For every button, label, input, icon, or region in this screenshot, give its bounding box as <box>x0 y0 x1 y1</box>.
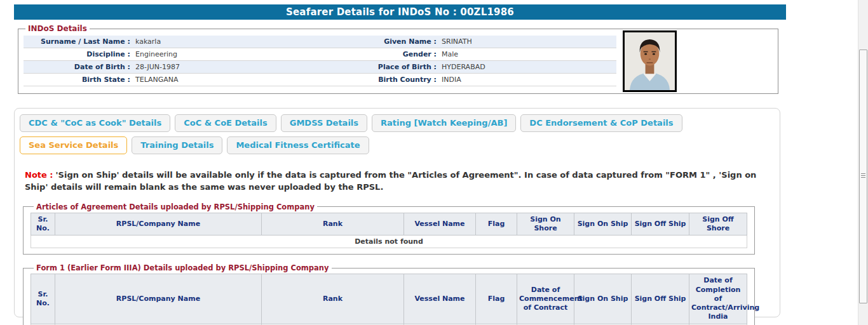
col-completion-date: Date of Completion of Contract/Arriving … <box>689 274 747 324</box>
articles-header-row: Sr. No. RPSL/Company Name Rank Vessel Na… <box>31 213 747 235</box>
birth-state-value: TELANGANA <box>130 76 309 84</box>
place-of-birth-label: Place of Birth : <box>309 63 437 71</box>
col-sr-no: Sr. No. <box>31 213 55 235</box>
discipline-value: Engineering <box>130 50 309 58</box>
tab-panel: CDC & "CoC as Cook" Details CoC & CoE De… <box>14 108 780 317</box>
form1-legend: Form 1 (Earlier Form IIIA) Details uploa… <box>34 263 332 272</box>
birth-country-value: INDIA <box>437 76 616 84</box>
tab-coc-coe[interactable]: CoC & CoE Details <box>175 114 276 132</box>
col-flag: Flag <box>476 274 517 324</box>
detail-row-birth: Date of Birth : 28-JUN-1987 Place of Bir… <box>24 61 616 74</box>
dob-label: Date of Birth : <box>24 63 130 71</box>
detail-row-state: Birth State : TELANGANA Birth Country : … <box>24 74 616 86</box>
surname-value: kakarla <box>130 37 309 46</box>
articles-table: Sr. No. RPSL/Company Name Rank Vessel Na… <box>31 213 747 249</box>
note-text: 'Sign on Ship' details will be available… <box>25 170 756 192</box>
tab-strip: CDC & "CoC as Cook" Details CoC & CoE De… <box>15 109 780 154</box>
seafarer-photo <box>623 30 677 92</box>
col-sr-no: Sr. No. <box>31 274 55 324</box>
tab-medical-fitness[interactable]: Medical Fitness Certificate <box>227 136 369 154</box>
birth-country-label: Birth Country : <box>309 76 437 84</box>
detail-row-discipline: Discipline : Engineering Gender : Male <box>24 48 616 61</box>
note-prefix: Note : <box>25 170 53 180</box>
sign-on-ship-note: Note :'Sign on Ship' details will be ava… <box>25 169 768 194</box>
col-company: RPSL/Company Name <box>55 213 262 235</box>
indos-details-legend: INDoS Details <box>25 24 90 33</box>
form1-header-row: Sr. No. RPSL/Company Name Rank Vessel Na… <box>31 274 747 324</box>
col-rank: Rank <box>262 213 404 235</box>
portrait-image <box>625 32 675 90</box>
birth-state-label: Birth State : <box>24 76 130 84</box>
surname-label: Surname / Last Name : <box>24 37 130 46</box>
col-rank: Rank <box>262 274 404 324</box>
tab-sea-service[interactable]: Sea Service Details <box>20 136 127 154</box>
col-sign-on-ship: Sign On Ship <box>574 213 632 235</box>
col-sign-off-ship: Sign Off Ship <box>632 274 689 324</box>
gender-label: Gender : <box>309 50 437 58</box>
detail-row-name: Surname / Last Name : kakarla Given Name… <box>24 36 616 48</box>
given-name-value: SRINATH <box>437 37 616 46</box>
tab-cdc-coc-as-cook[interactable]: CDC & "CoC as Cook" Details <box>20 114 170 132</box>
col-sign-on-shore: Sign On Shore <box>517 213 574 235</box>
seafarer-details-page: Seafarer Details for INDoS No : 00ZL1986… <box>0 0 868 325</box>
tab-rating-watch-keeping[interactable]: Rating [Watch Keeping/AB] <box>372 114 516 132</box>
articles-of-agreement-fieldset: Articles of Agreement Details uploaded b… <box>23 202 755 255</box>
tab-dc-endorsement-cop[interactable]: DC Endorsement & CoP Details <box>520 114 682 132</box>
page-title: Seafarer Details for INDoS No : 00ZL1986 <box>14 4 786 20</box>
col-sign-off-shore: Sign Off Shore <box>689 213 747 235</box>
col-sign-off-ship: Sign Off Ship <box>632 213 689 235</box>
gender-value: Male <box>437 50 616 58</box>
col-commencement-date: Date of Commencement of Contract <box>517 274 574 324</box>
col-sign-on-ship: Sign On Ship <box>574 274 632 324</box>
tab-gmdss[interactable]: GMDSS Details <box>281 114 367 132</box>
col-company: RPSL/Company Name <box>55 274 262 324</box>
discipline-label: Discipline : <box>24 50 130 58</box>
form1-table: Sr. No. RPSL/Company Name Rank Vessel Na… <box>31 274 747 325</box>
given-name-label: Given Name : <box>309 37 437 46</box>
place-of-birth-value: HYDERABAD <box>437 63 616 71</box>
scrollbar-thumb[interactable] <box>859 50 867 303</box>
scrollbar-grip-icon <box>861 173 865 179</box>
personal-details-table: Surname / Last Name : kakarla Given Name… <box>24 36 616 86</box>
form1-fieldset: Form 1 (Earlier Form IIIA) Details uploa… <box>23 263 755 325</box>
articles-legend: Articles of Agreement Details uploaded b… <box>34 202 317 211</box>
details-not-found-message: Details not found <box>31 235 747 248</box>
dob-value: 28-JUN-1987 <box>130 63 309 71</box>
vertical-scrollbar[interactable] <box>858 0 868 325</box>
col-vessel: Vessel Name <box>404 274 476 324</box>
col-vessel: Vessel Name <box>404 213 476 235</box>
col-flag: Flag <box>476 213 517 235</box>
articles-empty-row: Details not found <box>31 235 747 248</box>
tab-training[interactable]: Training Details <box>132 136 222 154</box>
